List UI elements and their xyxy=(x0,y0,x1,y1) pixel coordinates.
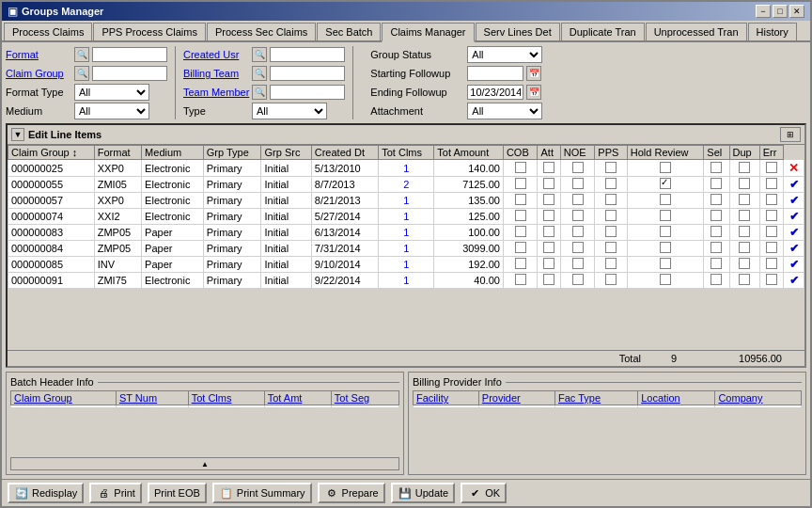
cell-hold[interactable] xyxy=(627,257,704,273)
expand-btn[interactable]: ▼ xyxy=(11,128,24,141)
medium-select[interactable]: All xyxy=(74,103,149,119)
attachment-select[interactable]: All xyxy=(467,103,542,119)
cell-review[interactable] xyxy=(704,193,729,209)
ending-followup-input[interactable] xyxy=(467,85,523,100)
batch-scroll-up[interactable]: ▲ xyxy=(10,457,399,470)
cell-review[interactable] xyxy=(704,273,729,289)
tab-sec-batch[interactable]: Sec Batch xyxy=(317,23,381,40)
bp-col-facility[interactable]: Facility xyxy=(414,391,479,405)
col-tot-amount[interactable]: Tot Amount xyxy=(434,146,504,160)
claim-group-search-btn[interactable]: 🔍 xyxy=(74,66,89,81)
cell-hold[interactable] xyxy=(627,209,704,225)
cell-cob[interactable] xyxy=(503,241,538,257)
cell-pps[interactable] xyxy=(595,241,627,257)
billing-team-search-btn[interactable]: 🔍 xyxy=(252,66,267,81)
batch-col-tot-amt[interactable]: Tot Amt xyxy=(264,391,331,405)
cell-pps[interactable] xyxy=(595,273,627,289)
cell-hold[interactable] xyxy=(627,225,704,241)
team-member-input[interactable] xyxy=(270,85,345,100)
cell-dup[interactable] xyxy=(759,209,784,225)
maximize-button[interactable]: □ xyxy=(773,5,788,18)
cell-att[interactable] xyxy=(538,257,560,273)
cell-sel[interactable] xyxy=(729,241,759,257)
cell-dup[interactable] xyxy=(759,273,784,289)
starting-followup-input[interactable] xyxy=(467,66,523,81)
cell-att[interactable] xyxy=(538,209,560,225)
bp-col-provider[interactable]: Provider xyxy=(478,391,554,405)
ending-followup-cal-btn[interactable]: 📅 xyxy=(526,85,541,100)
cell-pps[interactable] xyxy=(595,209,627,225)
table-row[interactable]: 000000055 ZMI05 Electronic Primary Initi… xyxy=(8,177,804,193)
cell-dup[interactable] xyxy=(759,257,784,273)
billing-team-link[interactable]: Billing Team xyxy=(183,68,249,79)
cell-cob[interactable] xyxy=(503,257,538,273)
cell-att[interactable] xyxy=(538,273,560,289)
col-medium[interactable]: Medium xyxy=(142,146,204,160)
cell-pps[interactable] xyxy=(595,257,627,273)
ok-button[interactable]: ✔ OK xyxy=(461,483,507,503)
cell-noe[interactable] xyxy=(560,177,595,193)
col-claim-group[interactable]: Claim Group ↕ xyxy=(8,146,95,160)
update-button[interactable]: 💾 Update xyxy=(391,483,455,503)
claim-group-input[interactable] xyxy=(92,66,167,81)
cell-noe[interactable] xyxy=(560,160,595,177)
cell-sel[interactable] xyxy=(729,225,759,241)
cell-hold[interactable] xyxy=(627,273,704,289)
cell-cob[interactable] xyxy=(503,193,538,209)
bp-col-company[interactable]: Company xyxy=(715,391,802,405)
team-member-search-btn[interactable]: 🔍 xyxy=(252,85,267,100)
cell-sel[interactable] xyxy=(729,209,759,225)
col-tot-clms[interactable]: Tot Clms xyxy=(379,146,434,160)
cell-pps[interactable] xyxy=(595,177,627,193)
format-input[interactable] xyxy=(92,47,167,62)
tab-claims-manager[interactable]: Claims Manager xyxy=(382,23,474,42)
cell-sel[interactable] xyxy=(729,193,759,209)
table-row[interactable]: 000000074 XXI2 Electronic Primary Initia… xyxy=(8,209,804,225)
table-row[interactable]: 000000025 XXP0 Electronic Primary Initia… xyxy=(8,160,804,177)
type-select[interactable]: All xyxy=(252,103,327,119)
starting-followup-cal-btn[interactable]: 📅 xyxy=(526,66,541,81)
cell-dup[interactable] xyxy=(759,225,784,241)
created-usr-search-btn[interactable]: 🔍 xyxy=(252,47,267,62)
cell-cob[interactable] xyxy=(503,160,538,177)
cell-noe[interactable] xyxy=(560,241,595,257)
col-err[interactable]: Err xyxy=(759,146,784,160)
billing-team-input[interactable] xyxy=(270,66,345,81)
cell-pps[interactable] xyxy=(595,225,627,241)
cell-pps[interactable] xyxy=(595,160,627,177)
billing-provider-scroll[interactable]: Facility Provider Fac Type Location Comp… xyxy=(413,390,802,470)
claim-group-link[interactable]: Claim Group xyxy=(6,68,71,79)
table-scroll[interactable]: Claim Group ↕ Format Medium Grp Type Grp… xyxy=(8,145,804,350)
minimize-button[interactable]: − xyxy=(756,5,771,18)
cell-sel[interactable] xyxy=(729,273,759,289)
format-link[interactable]: Format xyxy=(6,49,71,60)
group-status-select[interactable]: All xyxy=(467,46,542,63)
cell-cob[interactable] xyxy=(503,273,538,289)
created-usr-input[interactable] xyxy=(270,47,345,62)
cell-sel[interactable] xyxy=(729,160,759,177)
col-att[interactable]: Att xyxy=(538,146,560,160)
table-row[interactable]: 000000091 ZMI75 Electronic Primary Initi… xyxy=(8,273,804,289)
tab-duplicate-tran[interactable]: Duplicate Tran xyxy=(561,23,645,40)
col-dup[interactable]: Dup xyxy=(729,146,759,160)
table-row[interactable]: 000000084 ZMP05 Paper Primary Initial 7/… xyxy=(8,241,804,257)
cell-review[interactable] xyxy=(704,209,729,225)
col-sel[interactable]: Sel xyxy=(704,146,729,160)
tab-pps-process-claims[interactable]: PPS Process Claims xyxy=(93,23,205,40)
format-search-btn[interactable]: 🔍 xyxy=(74,47,89,62)
cell-att[interactable] xyxy=(538,177,560,193)
cell-noe[interactable] xyxy=(560,209,595,225)
print-eob-button[interactable]: Print EOB xyxy=(148,483,207,503)
cell-att[interactable] xyxy=(538,160,560,177)
grid-options-btn[interactable]: ⊞ xyxy=(780,127,801,142)
team-member-link[interactable]: Team Member xyxy=(183,87,249,98)
tab-history[interactable]: History xyxy=(748,23,797,40)
cell-hold[interactable] xyxy=(627,193,704,209)
batch-col-claim-group[interactable]: Claim Group xyxy=(11,391,117,405)
tab-process-claims[interactable]: Process Claims xyxy=(4,23,92,40)
tab-serv-lines-det[interactable]: Serv Lines Det xyxy=(476,23,560,40)
tab-unprocessed-tran[interactable]: Unprocessed Tran xyxy=(646,23,747,40)
bp-col-fac-type[interactable]: Fac Type xyxy=(555,391,638,405)
cell-dup[interactable] xyxy=(759,193,784,209)
format-type-select[interactable]: All xyxy=(74,84,149,101)
